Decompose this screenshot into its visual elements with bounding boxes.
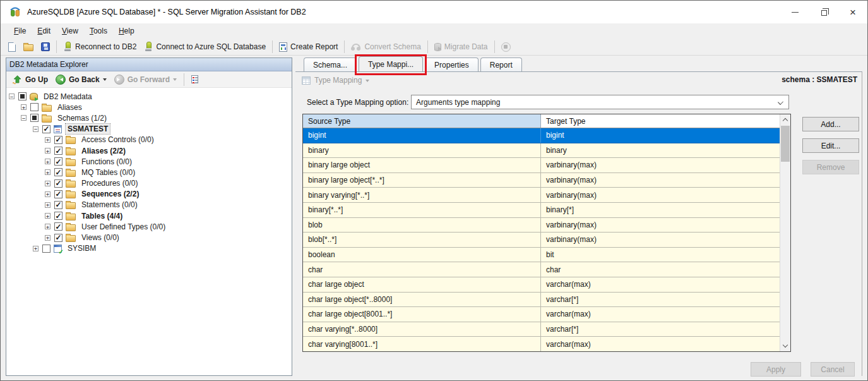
tab-report[interactable]: Report [480, 57, 522, 71]
checkbox-checked[interactable] [54, 190, 62, 198]
collapse-icon[interactable]: − [33, 126, 39, 132]
expand-icon[interactable]: + [45, 224, 51, 229]
window-title: AzureSQLDB [Azure SQL Database] * - SQL … [27, 8, 306, 16]
source-type-cell: binary large object[*..*] [303, 173, 541, 188]
table-row[interactable]: char large object[8001..*]varchar(max) [303, 307, 780, 322]
expand-icon[interactable]: + [45, 191, 51, 197]
chevron-down-icon[interactable] [103, 78, 107, 83]
edit-button[interactable]: Edit... [802, 138, 859, 153]
expand-icon[interactable]: + [45, 137, 51, 143]
scrollbar-thumb[interactable] [781, 126, 790, 162]
plug-icon [144, 42, 153, 52]
new-file-button[interactable] [4, 39, 20, 54]
table-row[interactable]: char varying[8001..*]varchar(max) [303, 337, 780, 351]
minimize-button[interactable] [780, 1, 809, 23]
checkbox-checked[interactable] [54, 234, 62, 242]
tree-item-mq-tables-0-0[interactable]: +MQ Tables (0/0) [6, 167, 292, 178]
menu-item-view[interactable]: View [56, 23, 84, 39]
collapse-icon[interactable]: − [9, 94, 15, 99]
column-header-target-type[interactable]: Target Type [541, 114, 780, 128]
tree-item-aliases-2-2[interactable]: +Aliases (2/2) [6, 145, 292, 156]
expand-icon[interactable]: + [45, 148, 51, 154]
table-row[interactable]: char varying[*..8000]varchar[*] [303, 322, 780, 337]
create-report-button[interactable]: Create Report [275, 39, 342, 54]
table-row[interactable]: char large objectvarchar(max) [303, 277, 780, 293]
checkbox-empty[interactable] [42, 245, 51, 253]
menu-item-edit[interactable]: Edit [32, 23, 56, 39]
expand-icon[interactable]: + [45, 213, 51, 219]
close-icon [850, 7, 856, 18]
expand-icon[interactable]: + [21, 104, 27, 110]
expand-icon[interactable]: + [45, 159, 51, 164]
tree-item-user-defined-types-0-0[interactable]: +User Defined Types (0/0) [6, 221, 292, 232]
expand-icon[interactable]: + [45, 235, 51, 241]
expand-icon[interactable]: + [33, 246, 39, 251]
checkbox-checked[interactable] [54, 157, 62, 166]
expand-icon[interactable]: + [45, 181, 51, 186]
table-row[interactable]: booleanbit [303, 248, 780, 263]
go-back-button[interactable]: Go Back [52, 72, 110, 87]
table-row[interactable]: binary[*..*]binary[*] [303, 203, 780, 218]
tab-type-mappi[interactable]: Type Mappi... [359, 56, 423, 71]
table-row[interactable]: bigintbigint [303, 128, 780, 143]
tab-schema[interactable]: Schema... [304, 57, 357, 71]
table-row[interactable]: blob[*..*]varbinary(max) [303, 233, 780, 248]
checkbox-checked[interactable] [54, 201, 62, 209]
tree-item-views-0-0[interactable]: +Views (0/0) [6, 232, 292, 243]
menu-item-tools[interactable]: Tools [84, 23, 113, 39]
checkbox-empty[interactable] [30, 103, 39, 111]
connect-to-azure-sql-database-button[interactable]: Connect to Azure SQL Database [140, 39, 270, 54]
checkbox-checked[interactable] [42, 125, 51, 133]
save-button[interactable] [37, 39, 54, 54]
tree-item-access-controls-0-0[interactable]: +Access Controls (0/0) [6, 135, 292, 145]
column-header-source-type[interactable]: Source Type [303, 114, 541, 128]
details-view-button[interactable] [188, 72, 201, 87]
table-row[interactable]: binarybinary [303, 143, 780, 159]
tree-item-db2-metadata[interactable]: −DB2 Metadata [6, 91, 292, 102]
checkbox-checked[interactable] [54, 222, 62, 231]
checkbox-checked[interactable] [54, 212, 62, 220]
scroll-down-button[interactable] [780, 341, 790, 351]
table-row[interactable]: binary large object[*..*]varbinary(max) [303, 173, 780, 188]
table-row[interactable]: binary large objectvarbinary(max) [303, 158, 780, 173]
grid-vertical-scrollbar[interactable] [780, 114, 790, 351]
reconnect-to-db2-button[interactable]: Reconnect to DB2 [59, 39, 140, 54]
tree-item-procedures-0-0[interactable]: +Procedures (0/0) [6, 178, 292, 189]
go-forward-label: Go Forward [128, 75, 170, 84]
content-panel: Schema...Type Mappi...PropertiesReport T… [295, 56, 862, 376]
tab-properties[interactable]: Properties [425, 57, 479, 71]
add-button[interactable]: Add... [802, 117, 859, 131]
checkbox-checked[interactable] [54, 147, 62, 155]
checkbox-checked[interactable] [54, 179, 62, 188]
stop-button [497, 39, 514, 54]
tree-item-aliases[interactable]: +Aliases [6, 102, 292, 112]
table-row[interactable]: blobvarbinary(max) [303, 218, 780, 233]
menu-item-help[interactable]: Help [113, 23, 140, 39]
table-row[interactable]: char large object[*..8000]varchar[*] [303, 293, 780, 308]
checkbox-checked[interactable] [54, 136, 62, 144]
checkbox-checked[interactable] [54, 168, 62, 176]
tree-item-ssmatest[interactable]: −SSMATEST [6, 124, 292, 135]
tree-item-tables-4-4[interactable]: +Tables (4/4) [6, 210, 292, 221]
expand-icon[interactable]: + [45, 202, 51, 208]
tree-item-schemas-1-2[interactable]: −Schemas (1/2) [6, 112, 292, 123]
tree-item-sequences-2-2[interactable]: +Sequences (2/2) [6, 189, 292, 200]
close-button[interactable] [838, 1, 867, 23]
restore-button[interactable] [809, 1, 838, 23]
go-up-button[interactable]: Go Up [9, 72, 51, 87]
table-row[interactable]: binary varying[*..*]varbinary(max) [303, 188, 780, 203]
tree-item-functions-0-0[interactable]: +Functions (0/0) [6, 156, 292, 167]
table-row[interactable]: charchar [303, 262, 780, 277]
checkbox-mixed[interactable] [18, 92, 27, 100]
expand-icon[interactable]: + [45, 169, 51, 175]
type-mapping-option-select[interactable]: Arguments type mapping [411, 95, 789, 109]
collapse-icon[interactable]: − [21, 115, 27, 121]
tab-strip: Schema...Type Mappi...PropertiesReport [295, 56, 862, 71]
open-file-button[interactable] [20, 39, 37, 54]
checkbox-mixed[interactable] [30, 114, 39, 122]
scroll-up-button[interactable] [780, 114, 790, 125]
menu-item-file[interactable]: File [8, 23, 32, 39]
tree-item-statements-0-0[interactable]: +Statements (0/0) [6, 200, 292, 210]
schema-context-label: schema : SSMATEST [782, 75, 857, 84]
tree-item-sysibm[interactable]: +SYSIBM [6, 243, 292, 254]
